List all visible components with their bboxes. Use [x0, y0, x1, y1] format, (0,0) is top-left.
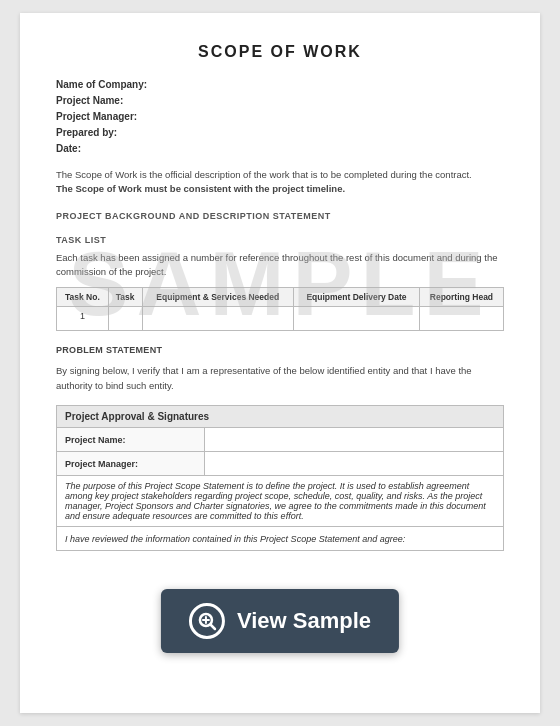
date-field: Date:: [56, 143, 504, 154]
col-task-no: Task No.: [57, 288, 109, 307]
view-sample-button[interactable]: View Sample: [161, 589, 399, 653]
col-task: Task: [108, 288, 142, 307]
svg-line-1: [210, 625, 215, 630]
col-reporting-head: Reporting Head: [419, 288, 503, 307]
cell-task: [108, 307, 142, 331]
approval-header: Project Approval & Signatures: [57, 406, 504, 428]
col-delivery-date: Equipment Delivery Date: [294, 288, 420, 307]
table-row: 1: [57, 307, 504, 331]
page-title: SCOPE OF WORK: [56, 43, 504, 61]
intro-normal: The Scope of Work is the official descri…: [56, 169, 472, 180]
cell-equipment-services: [142, 307, 294, 331]
project-manager-label: Project Manager:: [56, 111, 137, 122]
company-field: Name of Company:: [56, 79, 504, 90]
intro-text: The Scope of Work is the official descri…: [56, 168, 504, 197]
approval-purpose-row: The purpose of this Project Scope Statem…: [57, 476, 504, 527]
approval-reviewed-row: I have reviewed the information containe…: [57, 527, 504, 551]
view-sample-label: View Sample: [237, 608, 371, 634]
approval-manager-label: Project Manager:: [57, 452, 205, 476]
date-label: Date:: [56, 143, 81, 154]
col-equipment-services: Equipment & Services Needed: [142, 288, 294, 307]
approval-project-name-value: [204, 428, 504, 452]
task-list-description: Each task has been assigned a number for…: [56, 251, 504, 280]
intro-bold: The Scope of Work must be consistent wit…: [56, 183, 345, 194]
project-manager-field: Project Manager:: [56, 111, 504, 122]
approval-project-name-row: Project Name:: [57, 428, 504, 452]
company-label: Name of Company:: [56, 79, 147, 90]
approval-table: Project Approval & Signatures Project Na…: [56, 405, 504, 551]
approval-reviewed-text: I have reviewed the information containe…: [57, 527, 504, 551]
project-name-label: Project Name:: [56, 95, 123, 106]
sign-text: By signing below, I verify that I am a r…: [56, 363, 504, 393]
document-page: SAMPLE SCOPE OF WORK Name of Company: Pr…: [20, 13, 540, 713]
approval-project-name-label: Project Name:: [57, 428, 205, 452]
problem-statement-header: PROBLEM STATEMENT: [56, 345, 504, 355]
prepared-by-field: Prepared by:: [56, 127, 504, 138]
prepared-by-label: Prepared by:: [56, 127, 117, 138]
project-name-field: Project Name:: [56, 95, 504, 106]
task-list-header: TASK LIST: [56, 235, 504, 245]
approval-purpose-text: The purpose of this Project Scope Statem…: [57, 476, 504, 527]
cell-reporting-head: [419, 307, 503, 331]
background-header: PROJECT BACKGROUND AND DESCRIPTION STATE…: [56, 211, 504, 221]
approval-manager-value: [204, 452, 504, 476]
cell-task-no: 1: [57, 307, 109, 331]
task-table: Task No. Task Equipment & Services Neede…: [56, 287, 504, 331]
approval-manager-row: Project Manager:: [57, 452, 504, 476]
view-sample-icon: [189, 603, 225, 639]
cell-delivery-date: [294, 307, 420, 331]
